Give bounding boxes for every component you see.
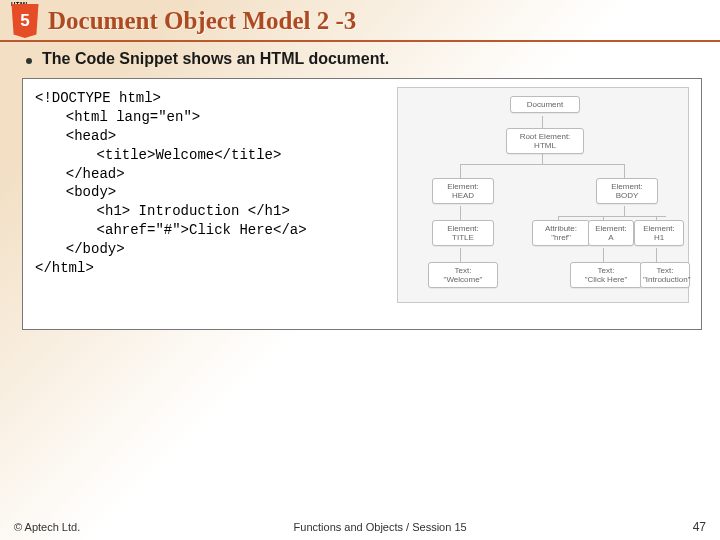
slide: HTML 5 Document Object Model 2 -3 The Co… — [0, 0, 720, 540]
diagram-node-head: Element:HEAD — [432, 178, 494, 204]
diagram-node-text-welcome: Text:"Welcome" — [428, 262, 498, 288]
diagram-node-root-html: Root Element:HTML — [506, 128, 584, 154]
footer: © Aptech Ltd. Functions and Objects / Se… — [0, 520, 720, 534]
bullet-text: The Code Snippet shows an HTML document. — [42, 50, 389, 68]
diagram-node-a: Element:A — [588, 220, 634, 246]
page-number: 47 — [680, 520, 706, 534]
bullet-row: The Code Snippet shows an HTML document. — [26, 50, 720, 68]
code-box: <!DOCTYPE html> <html lang="en"> <head> … — [22, 78, 702, 330]
slide-title: Document Object Model 2 -3 — [48, 7, 356, 35]
diagram-node-h1: Element:H1 — [634, 220, 684, 246]
title-rule — [0, 40, 720, 42]
diagram-node-text-intro: Text:"Introduction" — [640, 262, 690, 288]
html5-logo-icon: HTML 5 — [10, 4, 40, 38]
diagram-node-title: Element:TITLE — [432, 220, 494, 246]
diagram-node-attr-href: Attribute:"href" — [532, 220, 590, 246]
dom-diagram: Document Root Element:HTML Element:HEAD … — [397, 87, 689, 303]
copyright: © Aptech Ltd. — [14, 521, 80, 533]
diagram-node-body: Element:BODY — [596, 178, 658, 204]
header: HTML 5 Document Object Model 2 -3 — [0, 0, 720, 40]
footer-center: Functions and Objects / Session 15 — [294, 521, 467, 533]
logo-five: 5 — [10, 11, 40, 31]
diagram-node-text-click: Text:"Click Here" — [570, 262, 642, 288]
diagram-node-document: Document — [510, 96, 580, 113]
bullet-dot-icon — [26, 58, 32, 64]
